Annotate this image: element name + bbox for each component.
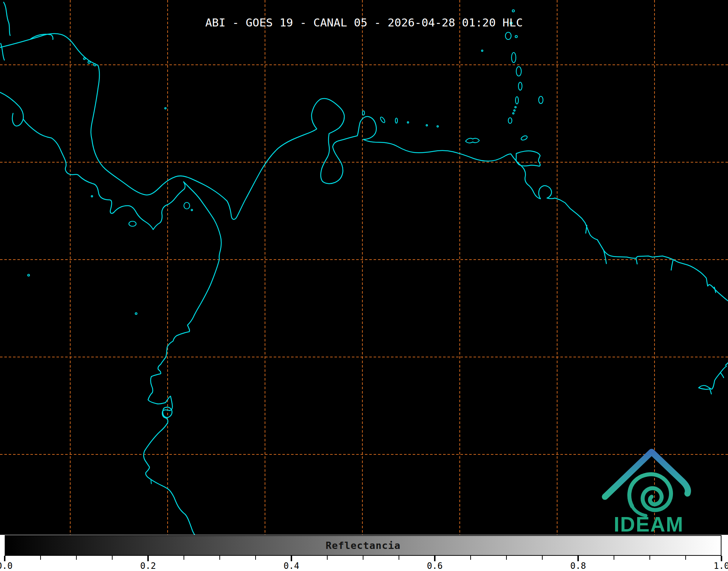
- coastline-amazon-fragment: [699, 363, 728, 394]
- colorbar-major-tick: [721, 556, 722, 561]
- image-title: ABI - GOES 19 - CANAL 05 - 2026-04-28 01…: [0, 16, 728, 29]
- coastlines: [0, 2, 728, 535]
- venezuela-islands: [362, 111, 479, 143]
- coastline-nw-fragments: [1, 2, 53, 60]
- colorbar-minor-tick: [506, 556, 507, 560]
- colorbar-tick-label: 1.0: [714, 561, 728, 571]
- colorbar-minor-tick: [685, 556, 686, 560]
- colorbar-major-tick: [577, 556, 579, 561]
- coastline-pacific: [0, 92, 221, 535]
- logo-spiral-icon: [629, 474, 671, 510]
- logo-wordmark: IDEAM: [614, 513, 684, 535]
- colorbar-minor-tick: [542, 556, 543, 560]
- colorbar-minor-tick: [112, 556, 113, 560]
- colorbar-tick-label: 0.0: [0, 561, 13, 571]
- colorbar-tick-label: 0.8: [570, 561, 586, 571]
- antilles-islands: [481, 10, 543, 141]
- colorbar-major-tick: [4, 556, 5, 561]
- colorbar-footer: Reflectancia 0.00.20.40.60.81.0: [0, 535, 728, 571]
- colorbar: Reflectancia: [5, 535, 721, 556]
- satellite-map: IDEAM ABI - GOES 19 - CANAL 05 - 2026-04…: [0, 0, 728, 535]
- coastline-orinoco-guyana: [511, 154, 728, 301]
- colorbar-minor-tick: [363, 556, 364, 560]
- graticule-grid: [0, 0, 728, 535]
- colorbar-major-tick: [291, 556, 292, 561]
- colorbar-tick-label: 0.4: [283, 561, 299, 571]
- colorbar-minor-tick: [327, 556, 328, 560]
- colorbar-major-tick: [434, 556, 435, 561]
- colorbar-minor-tick: [399, 556, 400, 560]
- colorbar-label: Reflectancia: [325, 540, 400, 551]
- colorbar-minor-tick: [76, 556, 77, 560]
- colorbar-tick-label: 0.6: [427, 561, 442, 571]
- colorbar-minor-tick: [470, 556, 471, 560]
- coastline-caribbean-mainland: [0, 34, 511, 219]
- colorbar-tick-label: 0.2: [140, 561, 156, 571]
- colorbar-minor-tick: [255, 556, 256, 560]
- colorbar-minor-tick: [184, 556, 185, 560]
- colorbar-minor-tick: [219, 556, 220, 560]
- colorbar-major-tick: [147, 556, 149, 561]
- colorbar-minor-tick: [40, 556, 41, 560]
- ideam-logo: IDEAM: [605, 452, 688, 535]
- colorbar-minor-tick: [649, 556, 651, 560]
- colorbar-minor-tick: [614, 556, 615, 560]
